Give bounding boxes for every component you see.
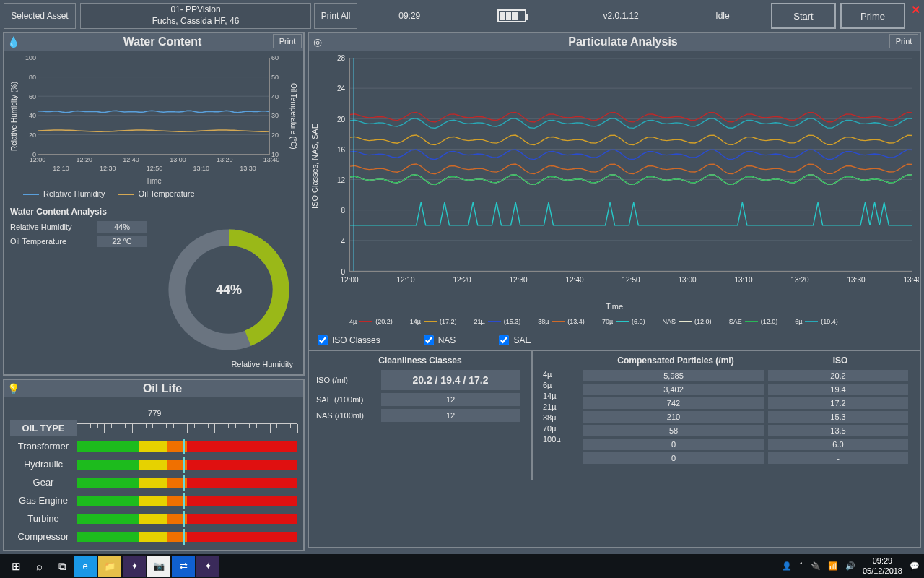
start-button[interactable]: Start bbox=[771, 3, 836, 29]
oil-row: Gas Engine bbox=[10, 493, 297, 508]
oil-row: Turbine bbox=[10, 511, 297, 526]
comp-title: Compensated Particles (/ml) bbox=[583, 355, 768, 366]
people-icon[interactable]: 👤 bbox=[782, 561, 792, 571]
wca-row-rh: Relative Humidity 44% bbox=[10, 221, 160, 233]
legend-ot: Oil Temperature bbox=[118, 189, 195, 198]
asset-line1: 01- PPVision bbox=[170, 4, 220, 16]
teamviewer-icon[interactable]: ⇄ bbox=[172, 556, 195, 577]
water-content-chart: Relative Humidity (%) Oil Temperature (°… bbox=[10, 55, 297, 185]
legend-item: 38µ(13.4) bbox=[538, 318, 585, 325]
donut-label: Relative Humidity bbox=[10, 360, 297, 368]
notifications-icon[interactable]: 💬 bbox=[910, 561, 920, 571]
iso-title: ISO bbox=[768, 355, 912, 366]
clock-time: 09:29 bbox=[398, 11, 420, 21]
print-water-button[interactable]: Print bbox=[273, 34, 302, 48]
edge-icon[interactable]: e bbox=[74, 556, 97, 577]
legend-item: 14µ(17.2) bbox=[410, 318, 457, 325]
clean-row: NAS (/100ml)12 bbox=[316, 409, 524, 422]
power-icon[interactable]: 🔌 bbox=[811, 561, 821, 571]
target-icon: ◎ bbox=[309, 36, 326, 48]
legend-item: NAS(12.0) bbox=[663, 318, 712, 325]
close-icon[interactable]: ✕ bbox=[911, 3, 920, 29]
oil-life-panel: 💡 Oil Life 779 OIL TYPE TransformerHydra… bbox=[3, 379, 305, 551]
oil-type-header: OIL TYPE bbox=[10, 420, 77, 436]
legend-item: 70µ(6.0) bbox=[602, 318, 645, 325]
legend-item: 4µ(20.2) bbox=[349, 318, 393, 325]
droplet-icon: 💧 bbox=[4, 36, 22, 48]
oil-row: Transformer bbox=[10, 439, 297, 454]
clean-row: ISO (/ml)20.2 / 19.4 / 17.2 bbox=[316, 370, 524, 390]
donut-value: 44% bbox=[160, 221, 297, 358]
oil-life-title: Oil Life bbox=[22, 382, 303, 395]
taskview-icon[interactable]: ⧉ bbox=[51, 556, 74, 577]
app-icon-1[interactable]: ✦ bbox=[123, 556, 146, 577]
volume-icon[interactable]: 🔊 bbox=[845, 561, 855, 571]
selected-asset-value[interactable]: 01- PPVision Fuchs, Cassida HF, 46 bbox=[80, 3, 311, 29]
battery-icon bbox=[497, 9, 526, 22]
particulate-chart: ISO Classes, NAS, SAE 0481216202428 12:0… bbox=[309, 51, 920, 311]
tray-chevron-icon[interactable]: ˄ bbox=[799, 561, 803, 571]
legend-item: 21µ(15.3) bbox=[474, 318, 520, 325]
print-all-button[interactable]: Print All bbox=[314, 3, 357, 29]
bulb-icon: 💡 bbox=[4, 383, 22, 394]
water-content-title: Water Content bbox=[22, 35, 303, 48]
windows-taskbar: ⊞ ⌕ ⧉ e 📁 ✦ 📷 ⇄ ✦ 👤 ˄ 🔌 📶 🔊 09:2905/12/2… bbox=[0, 554, 924, 578]
wc-ylabel-right: Oil Temperature (°C) bbox=[289, 69, 297, 163]
check-iso[interactable]: ISO Classes bbox=[318, 335, 380, 345]
wc-ylabel-left: Relative Humidity (%) bbox=[10, 77, 18, 156]
oil-scale-ticks bbox=[77, 423, 297, 434]
clean-row: SAE (/100ml)12 bbox=[316, 393, 524, 406]
legend-item: 6µ(19.4) bbox=[795, 318, 838, 325]
humidity-donut: 44% bbox=[160, 221, 297, 358]
legend-item: SAE(12.0) bbox=[729, 318, 778, 325]
start-menu-icon[interactable]: ⊞ bbox=[4, 556, 27, 577]
oil-row: Gear bbox=[10, 475, 297, 490]
search-icon[interactable]: ⌕ bbox=[27, 556, 51, 577]
pa-ylabel: ISO Classes, NAS, SAE bbox=[310, 79, 319, 253]
asset-line2: Fuchs, Cassida HF, 46 bbox=[152, 16, 240, 27]
top-bar: Selected Asset 01- PPVision Fuchs, Cassi… bbox=[0, 0, 924, 32]
water-content-panel: 💧 Water Content Print Relative Humidity … bbox=[3, 32, 305, 376]
wifi-icon[interactable]: 📶 bbox=[828, 561, 838, 571]
status-text: Idle bbox=[715, 11, 729, 21]
version-text: v2.0.1.12 bbox=[603, 11, 638, 21]
oil-pointer-value: 779 bbox=[148, 409, 161, 418]
check-sae[interactable]: SAE bbox=[499, 335, 531, 345]
explorer-icon[interactable]: 📁 bbox=[98, 556, 121, 577]
selected-asset-label: Selected Asset bbox=[4, 3, 76, 29]
pa-xlabel: Time bbox=[309, 302, 920, 311]
camera-icon[interactable]: 📷 bbox=[147, 556, 170, 577]
wca-title: Water Content Analysis bbox=[10, 207, 297, 217]
particulate-legend: 4µ(20.2)14µ(17.2)21µ(15.3)38µ(13.4)70µ(6… bbox=[309, 315, 920, 331]
cleanliness-title: Cleanliness Classes bbox=[316, 355, 524, 366]
particulate-panel: ◎ Particulate Analysis Print ISO Classes… bbox=[308, 32, 921, 548]
wc-legend: Relative Humidity Oil Temperature bbox=[23, 189, 295, 198]
print-particulate-button[interactable]: Print bbox=[889, 34, 918, 48]
check-nas[interactable]: NAS bbox=[424, 335, 456, 345]
legend-rh: Relative Humidity bbox=[23, 189, 105, 198]
app-icon-2[interactable]: ✦ bbox=[196, 556, 219, 577]
oil-row: Compressor bbox=[10, 529, 297, 544]
oil-row: Hydraulic bbox=[10, 457, 297, 472]
taskbar-clock[interactable]: 09:2905/12/2018 bbox=[863, 556, 902, 575]
wc-xlabel: Time bbox=[10, 177, 297, 185]
particulate-title: Particulate Analysis bbox=[326, 35, 920, 48]
prime-button[interactable]: Prime bbox=[840, 3, 905, 29]
wca-row-ot: Oil Temperature 22 °C bbox=[10, 236, 160, 247]
